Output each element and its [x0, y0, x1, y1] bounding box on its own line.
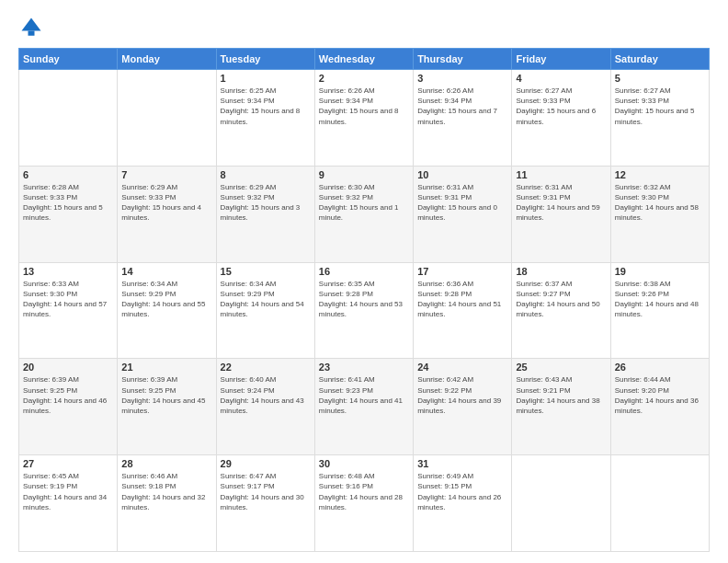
calendar-cell: 20Sunrise: 6:39 AM Sunset: 9:25 PM Dayli…	[19, 359, 118, 455]
day-number: 14	[121, 266, 211, 277]
calendar-cell: 25Sunrise: 6:43 AM Sunset: 9:21 PM Dayli…	[512, 359, 610, 455]
weekday-header-saturday: Saturday	[610, 49, 709, 70]
day-number: 26	[615, 362, 705, 373]
page: SundayMondayTuesdayWednesdayThursdayFrid…	[0, 0, 728, 563]
day-info: Sunrise: 6:26 AM Sunset: 9:34 PM Dayligh…	[417, 86, 507, 127]
day-info: Sunrise: 6:34 AM Sunset: 9:29 PM Dayligh…	[121, 279, 211, 320]
day-info: Sunrise: 6:31 AM Sunset: 9:31 PM Dayligh…	[516, 182, 606, 224]
calendar-cell: 5Sunrise: 6:27 AM Sunset: 9:33 PM Daylig…	[610, 70, 709, 167]
day-number: 23	[319, 362, 409, 373]
day-info: Sunrise: 6:27 AM Sunset: 9:33 PM Dayligh…	[615, 86, 705, 127]
calendar-cell: 4Sunrise: 6:27 AM Sunset: 9:33 PM Daylig…	[512, 70, 610, 167]
day-info: Sunrise: 6:33 AM Sunset: 9:30 PM Dayligh…	[23, 279, 113, 320]
day-info: Sunrise: 6:32 AM Sunset: 9:30 PM Dayligh…	[615, 182, 705, 224]
calendar-cell: 17Sunrise: 6:36 AM Sunset: 9:28 PM Dayli…	[414, 262, 512, 359]
day-number: 13	[23, 266, 113, 277]
day-number: 10	[417, 169, 507, 180]
day-info: Sunrise: 6:41 AM Sunset: 9:23 PM Dayligh…	[319, 374, 409, 416]
day-info: Sunrise: 6:47 AM Sunset: 9:17 PM Dayligh…	[221, 471, 311, 512]
calendar-cell: 1Sunrise: 6:25 AM Sunset: 9:34 PM Daylig…	[216, 70, 314, 167]
calendar-cell: 7Sunrise: 6:29 AM Sunset: 9:33 PM Daylig…	[118, 166, 216, 262]
day-number: 21	[121, 362, 211, 373]
calendar-cell: 2Sunrise: 6:26 AM Sunset: 9:34 PM Daylig…	[314, 70, 413, 167]
day-number: 11	[516, 169, 606, 180]
calendar-cell: 21Sunrise: 6:39 AM Sunset: 9:25 PM Dayli…	[118, 359, 216, 455]
day-number: 15	[221, 266, 311, 277]
calendar-cell	[512, 455, 610, 552]
day-number: 22	[221, 362, 311, 373]
calendar-cell: 30Sunrise: 6:48 AM Sunset: 9:16 PM Dayli…	[314, 455, 413, 552]
header	[18, 15, 710, 40]
day-number: 18	[516, 266, 606, 277]
day-info: Sunrise: 6:42 AM Sunset: 9:22 PM Dayligh…	[417, 374, 507, 416]
day-info: Sunrise: 6:37 AM Sunset: 9:27 PM Dayligh…	[516, 279, 606, 320]
day-info: Sunrise: 6:36 AM Sunset: 9:28 PM Dayligh…	[417, 279, 507, 320]
calendar-cell: 24Sunrise: 6:42 AM Sunset: 9:22 PM Dayli…	[414, 359, 512, 455]
day-info: Sunrise: 6:25 AM Sunset: 9:34 PM Dayligh…	[221, 86, 311, 127]
day-info: Sunrise: 6:30 AM Sunset: 9:32 PM Dayligh…	[319, 182, 409, 224]
day-number: 17	[417, 266, 507, 277]
day-info: Sunrise: 6:44 AM Sunset: 9:20 PM Dayligh…	[615, 374, 705, 416]
logo	[18, 15, 48, 40]
calendar-week-row: 20Sunrise: 6:39 AM Sunset: 9:25 PM Dayli…	[19, 359, 710, 455]
day-info: Sunrise: 6:39 AM Sunset: 9:25 PM Dayligh…	[23, 374, 113, 416]
weekday-header-tuesday: Tuesday	[216, 49, 314, 70]
calendar-header-row: SundayMondayTuesdayWednesdayThursdayFrid…	[19, 49, 710, 70]
weekday-header-thursday: Thursday	[414, 49, 512, 70]
calendar-week-row: 13Sunrise: 6:33 AM Sunset: 9:30 PM Dayli…	[19, 262, 710, 359]
weekday-header-friday: Friday	[512, 49, 610, 70]
svg-rect-1	[28, 31, 35, 36]
day-number: 4	[516, 73, 606, 84]
day-number: 8	[221, 169, 311, 180]
calendar-cell: 13Sunrise: 6:33 AM Sunset: 9:30 PM Dayli…	[19, 262, 118, 359]
calendar-cell: 31Sunrise: 6:49 AM Sunset: 9:15 PM Dayli…	[414, 455, 512, 552]
day-info: Sunrise: 6:49 AM Sunset: 9:15 PM Dayligh…	[417, 471, 507, 512]
day-number: 27	[23, 458, 113, 469]
calendar-table: SundayMondayTuesdayWednesdayThursdayFrid…	[18, 48, 710, 552]
day-number: 3	[417, 73, 507, 84]
calendar-week-row: 1Sunrise: 6:25 AM Sunset: 9:34 PM Daylig…	[19, 70, 710, 167]
svg-marker-0	[22, 18, 41, 31]
calendar-cell: 6Sunrise: 6:28 AM Sunset: 9:33 PM Daylig…	[19, 166, 118, 262]
day-info: Sunrise: 6:40 AM Sunset: 9:24 PM Dayligh…	[221, 374, 311, 416]
day-number: 24	[417, 362, 507, 373]
day-number: 28	[121, 458, 211, 469]
day-number: 6	[23, 169, 113, 180]
day-info: Sunrise: 6:35 AM Sunset: 9:28 PM Dayligh…	[319, 279, 409, 320]
calendar-cell: 10Sunrise: 6:31 AM Sunset: 9:31 PM Dayli…	[414, 166, 512, 262]
calendar-week-row: 6Sunrise: 6:28 AM Sunset: 9:33 PM Daylig…	[19, 166, 710, 262]
calendar-cell: 22Sunrise: 6:40 AM Sunset: 9:24 PM Dayli…	[216, 359, 314, 455]
day-number: 5	[615, 73, 705, 84]
logo-icon	[18, 15, 44, 40]
calendar-cell: 8Sunrise: 6:29 AM Sunset: 9:32 PM Daylig…	[216, 166, 314, 262]
calendar-cell: 11Sunrise: 6:31 AM Sunset: 9:31 PM Dayli…	[512, 166, 610, 262]
day-number: 30	[319, 458, 409, 469]
calendar-cell: 29Sunrise: 6:47 AM Sunset: 9:17 PM Dayli…	[216, 455, 314, 552]
day-info: Sunrise: 6:48 AM Sunset: 9:16 PM Dayligh…	[319, 471, 409, 512]
day-number: 25	[516, 362, 606, 373]
day-info: Sunrise: 6:29 AM Sunset: 9:33 PM Dayligh…	[121, 182, 211, 224]
calendar-cell: 27Sunrise: 6:45 AM Sunset: 9:19 PM Dayli…	[19, 455, 118, 552]
day-info: Sunrise: 6:38 AM Sunset: 9:26 PM Dayligh…	[615, 279, 705, 320]
calendar-cell: 23Sunrise: 6:41 AM Sunset: 9:23 PM Dayli…	[314, 359, 413, 455]
day-number: 29	[221, 458, 311, 469]
day-info: Sunrise: 6:29 AM Sunset: 9:32 PM Dayligh…	[221, 182, 311, 224]
calendar-cell: 14Sunrise: 6:34 AM Sunset: 9:29 PM Dayli…	[118, 262, 216, 359]
calendar-cell: 16Sunrise: 6:35 AM Sunset: 9:28 PM Dayli…	[314, 262, 413, 359]
day-number: 2	[319, 73, 409, 84]
calendar-cell: 15Sunrise: 6:34 AM Sunset: 9:29 PM Dayli…	[216, 262, 314, 359]
calendar-cell: 26Sunrise: 6:44 AM Sunset: 9:20 PM Dayli…	[610, 359, 709, 455]
calendar-cell	[19, 70, 118, 167]
calendar-cell: 3Sunrise: 6:26 AM Sunset: 9:34 PM Daylig…	[414, 70, 512, 167]
calendar-cell: 19Sunrise: 6:38 AM Sunset: 9:26 PM Dayli…	[610, 262, 709, 359]
weekday-header-wednesday: Wednesday	[314, 49, 413, 70]
day-info: Sunrise: 6:34 AM Sunset: 9:29 PM Dayligh…	[221, 279, 311, 320]
day-info: Sunrise: 6:27 AM Sunset: 9:33 PM Dayligh…	[516, 86, 606, 127]
day-number: 12	[615, 169, 705, 180]
calendar-cell	[610, 455, 709, 552]
day-number: 19	[615, 266, 705, 277]
day-info: Sunrise: 6:43 AM Sunset: 9:21 PM Dayligh…	[516, 374, 606, 416]
calendar-cell: 12Sunrise: 6:32 AM Sunset: 9:30 PM Dayli…	[610, 166, 709, 262]
weekday-header-sunday: Sunday	[19, 49, 118, 70]
weekday-header-monday: Monday	[118, 49, 216, 70]
